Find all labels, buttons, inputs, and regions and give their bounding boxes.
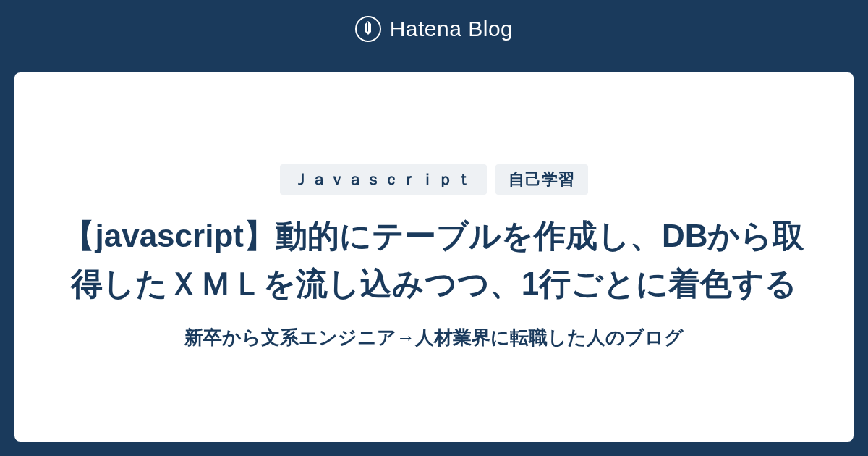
brand-name: Hatena Blog xyxy=(390,17,514,41)
hatena-logo-icon xyxy=(355,16,381,42)
tag-item[interactable]: 自己学習 xyxy=(495,164,588,195)
article-title: 【javascript】動的にテーブルを作成し、DBから取得したＸＭＬを流し込み… xyxy=(58,212,810,308)
tag-list: Ｊａｖａｓｃｒｉｐｔ 自己学習 xyxy=(280,164,588,195)
blog-name[interactable]: 新卒から文系エンジニア→人材業界に転職した人のブログ xyxy=(184,325,684,350)
article-card: Ｊａｖａｓｃｒｉｐｔ 自己学習 【javascript】動的にテーブルを作成し、… xyxy=(14,72,854,442)
tag-item[interactable]: Ｊａｖａｓｃｒｉｐｔ xyxy=(280,164,487,195)
card-wrapper: Ｊａｖａｓｃｒｉｐｔ 自己学習 【javascript】動的にテーブルを作成し、… xyxy=(0,58,868,456)
site-header: Hatena Blog xyxy=(0,0,868,58)
